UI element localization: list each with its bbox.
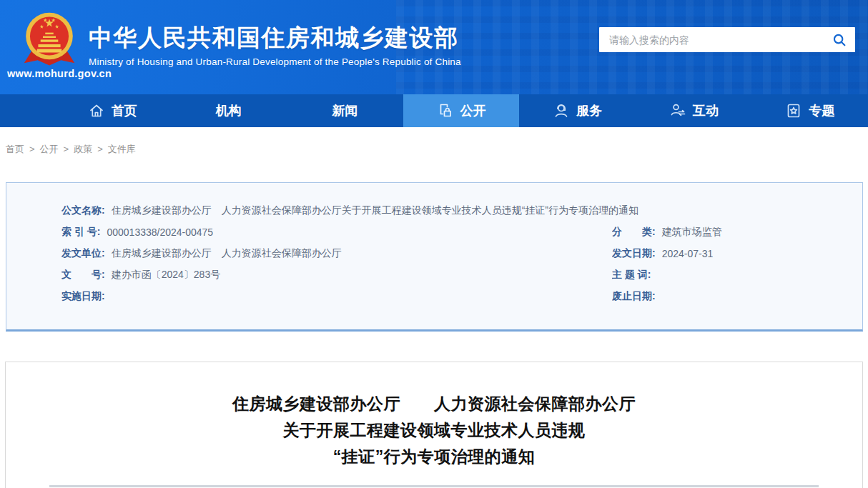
nav-item-services[interactable]: 服务 xyxy=(519,94,636,127)
search-icon xyxy=(832,32,847,48)
nav-item-org[interactable]: 机构 xyxy=(171,94,287,127)
meta-field-issue-date: 发文日期: 2024-07-31 xyxy=(612,243,855,264)
site-header: www.mohurd.gov.cn 中华人民共和国住房和城乡建设部 Minist… xyxy=(0,0,868,94)
document-title-line-3: “挂证”行为专项治理的通知 xyxy=(6,444,862,470)
meta-label: 发文单位: xyxy=(61,247,105,260)
meta-field-repeal-date: 废止日期: xyxy=(612,286,855,307)
meta-label: 文 号: xyxy=(61,269,105,282)
nav-item-label: 公开 xyxy=(460,102,486,119)
breadcrumb-link-home[interactable]: 首页 xyxy=(6,144,24,154)
meta-field-doc-name: 公文名称: 住房城乡建设部办公厅 人力资源社会保障部办公厅关于开展工程建设领域专… xyxy=(61,200,855,221)
breadcrumb: 首页>公开>政策>文件库 xyxy=(0,127,868,170)
main-nav: 首页 机构 新闻 公开 服务 xyxy=(0,94,868,127)
meta-value: 建筑市场监管 xyxy=(662,226,722,239)
breadcrumb-separator: > xyxy=(29,144,35,154)
document-title-line-1: 住房城乡建设部办公厅 人力资源社会保障部办公厅 xyxy=(6,391,862,417)
meta-label: 公文名称: xyxy=(61,204,105,217)
search-button[interactable] xyxy=(824,27,855,52)
nav-item-topics[interactable]: 专题 xyxy=(751,94,868,127)
meta-field-subject-words: 主 题 词: xyxy=(612,264,855,286)
nav-item-label: 互动 xyxy=(693,102,719,119)
site-url: www.mohurd.gov.cn xyxy=(7,68,112,79)
meta-label: 废止日期: xyxy=(612,290,656,303)
document-content-box: 住房城乡建设部办公厅 人力资源社会保障部办公厅 关于开展工程建设领域专业技术人员… xyxy=(5,362,863,488)
nav-item-label: 专题 xyxy=(809,102,834,119)
search-box xyxy=(599,27,855,52)
meta-value: 2024-07-31 xyxy=(662,248,714,259)
nav-item-label: 新闻 xyxy=(332,102,357,119)
site-title: 中华人民共和国住房和城乡建设部 xyxy=(89,24,461,52)
meta-label: 发文日期: xyxy=(612,247,656,260)
site-title-block: 中华人民共和国住房和城乡建设部 Ministry of Housing and … xyxy=(89,24,461,67)
meta-field-doc-number: 文 号: 建办市函〔2024〕283号 xyxy=(61,264,612,286)
meta-value: 住房城乡建设部办公厅 人力资源社会保障部办公厅关于开展工程建设领域专业技术人员违… xyxy=(112,204,638,217)
meta-label: 主 题 词: xyxy=(612,269,651,282)
nav-item-news[interactable]: 新闻 xyxy=(287,94,403,127)
breadcrumb-separator: > xyxy=(97,144,103,154)
breadcrumb-link-open[interactable]: 公开 xyxy=(40,144,59,154)
nav-item-label: 机构 xyxy=(216,102,242,119)
topic-star-icon xyxy=(785,102,802,119)
open-documents-icon xyxy=(437,102,454,119)
home-icon xyxy=(88,102,105,119)
nav-item-label: 服务 xyxy=(576,102,602,119)
document-metadata-box: 公文名称: 住房城乡建设部办公厅 人力资源社会保障部办公厅关于开展工程建设领域专… xyxy=(6,182,863,332)
breadcrumb-link-policy[interactable]: 政策 xyxy=(74,144,92,154)
breadcrumb-link-library[interactable]: 文件库 xyxy=(108,144,136,154)
meta-field-category: 分 类: 建筑市场监管 xyxy=(612,221,855,243)
breadcrumb-separator: > xyxy=(64,144,69,154)
nav-item-label: 首页 xyxy=(112,102,137,119)
meta-label: 实施日期: xyxy=(61,290,105,303)
document-title-line-2: 关于开展工程建设领域专业技术人员违规 xyxy=(6,417,862,444)
nav-item-home[interactable]: 首页 xyxy=(0,94,171,127)
meta-field-effective-date: 实施日期: xyxy=(61,286,612,307)
meta-value: 000013338/2024-00475 xyxy=(107,226,213,238)
nav-item-interact[interactable]: 互动 xyxy=(636,94,752,127)
service-person-icon xyxy=(553,102,570,119)
interact-person-icon xyxy=(669,102,686,119)
meta-field-issuing-unit: 发文单位: 住房城乡建设部办公厅 人力资源社会保障部办公厅 xyxy=(61,243,612,264)
meta-field-index-number: 索 引 号: 000013338/2024-00475 xyxy=(61,221,612,243)
meta-value: 建办市函〔2024〕283号 xyxy=(112,269,221,282)
nav-item-open[interactable]: 公开 xyxy=(403,94,520,127)
meta-value: 住房城乡建设部办公厅 人力资源社会保障部办公厅 xyxy=(112,247,342,260)
site-subtitle: Ministry of Housing and Urban-Rural Deve… xyxy=(89,56,461,67)
title-divider xyxy=(49,485,819,487)
national-emblem-icon xyxy=(20,9,79,67)
meta-label: 索 引 号: xyxy=(61,226,100,239)
meta-label: 分 类: xyxy=(612,226,656,239)
search-input[interactable] xyxy=(599,27,824,52)
